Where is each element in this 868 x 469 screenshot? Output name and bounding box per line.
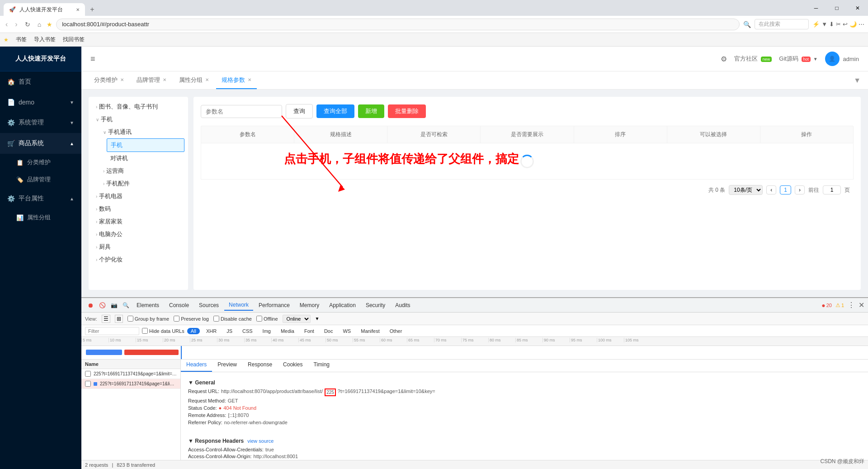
throttle-select[interactable]: Online — [283, 315, 311, 323]
detail-tab-response[interactable]: Response — [242, 360, 278, 372]
filter-input[interactable] — [85, 327, 139, 335]
tree-item-home[interactable]: › 家居家装 — [92, 215, 184, 228]
preserve-log-checkbox[interactable] — [174, 316, 179, 322]
per-page-select[interactable]: 10条/页 — [729, 185, 763, 195]
address-bar[interactable]: localhost:8001/#/product-baseattr — [56, 19, 740, 30]
query-button[interactable]: 查询 — [286, 104, 313, 118]
devtools-record-btn[interactable]: ⏺ — [85, 300, 96, 311]
tree-item-books[interactable]: › 图书、音像、电子书刊 — [92, 100, 184, 113]
tree-item-carrier[interactable]: › 运营商 — [99, 165, 184, 177]
restore-button[interactable]: □ — [826, 0, 847, 16]
detail-tab-timing[interactable]: Timing — [308, 360, 335, 372]
tree-item-mobile[interactable]: ∨ 手机 — [92, 113, 184, 126]
devtools-tab-network[interactable]: Network — [224, 300, 253, 311]
offline-checkbox[interactable] — [256, 316, 262, 322]
sidebar-sub-brand[interactable]: 🏷️ 品牌管理 — [0, 171, 81, 188]
filter-type-xhr[interactable]: XHR — [203, 328, 220, 334]
sidebar-item-demo[interactable]: 📄 demo ▼ — [0, 92, 81, 112]
search-input[interactable] — [201, 105, 282, 118]
search-input-browser[interactable]: 在此搜索 — [755, 19, 809, 29]
row-1-checkbox[interactable] — [85, 371, 91, 377]
devtools-camera-btn[interactable]: 📷 — [108, 300, 119, 311]
tree-item-computer[interactable]: › 电脑办公 — [92, 228, 184, 241]
tab-brand-close[interactable]: ✕ — [163, 77, 166, 82]
view-icon-grid[interactable]: ⊞ — [115, 315, 123, 323]
tab-category[interactable]: 分类维护 ✕ — [89, 72, 129, 89]
tree-item-walkie[interactable]: 对讲机 — [107, 152, 184, 165]
tree-item-accessories[interactable]: › 手机配件 — [99, 177, 184, 190]
devtools-search-toggle[interactable]: 🔍 — [120, 300, 131, 311]
devtools-more-btn[interactable]: ⋮ — [848, 301, 855, 309]
add-button[interactable]: 新增 — [358, 104, 384, 118]
disable-cache-checkbox[interactable] — [213, 316, 219, 322]
new-tab-button[interactable]: + — [86, 3, 99, 16]
network-row-2[interactable]: 225?t=1669171137419&page=1&limit=10&key= — [81, 379, 180, 389]
filter-type-other[interactable]: Other — [386, 328, 406, 334]
filter-type-font[interactable]: Font — [301, 328, 318, 334]
devtools-close-icon[interactable]: ✕ — [859, 301, 864, 309]
extension-icon-1[interactable]: ⚡ — [812, 21, 820, 28]
devtools-tab-security[interactable]: Security — [361, 300, 390, 310]
hide-data-urls-label[interactable]: Hide data URLs — [142, 328, 184, 334]
devtools-tab-audits[interactable]: Audits — [391, 300, 415, 310]
browser-tab-active[interactable]: 🚀 人人快速开发平台 ✕ — [4, 3, 85, 16]
devtools-tab-application[interactable]: Application — [325, 300, 360, 310]
sidebar-sub-attrgroup[interactable]: 📊 属性分组 — [0, 209, 81, 226]
detail-tab-preview[interactable]: Preview — [212, 360, 242, 372]
throttle-dropdown-icon[interactable]: ▼ — [315, 316, 320, 321]
filter-type-css[interactable]: CSS — [239, 328, 256, 334]
next-page-btn[interactable]: › — [795, 185, 805, 194]
tree-item-phone[interactable]: 手机 — [107, 138, 184, 152]
group-by-frame-checkbox[interactable] — [127, 316, 133, 322]
bookmark-item-1[interactable]: 书签 — [16, 36, 27, 43]
filter-type-ws[interactable]: WS — [339, 328, 354, 334]
tab-specs-close[interactable]: ✕ — [248, 77, 251, 82]
header-git[interactable]: Git源码 hot ▼ — [779, 55, 817, 63]
network-row-1[interactable]: 225?t=1669171137419&page=1&limit=10&key= — [81, 369, 180, 379]
moon-icon[interactable]: 🌙 — [849, 21, 857, 28]
devtools-tab-sources[interactable]: Sources — [194, 300, 223, 310]
filter-type-img[interactable]: Img — [259, 328, 274, 334]
sidebar-item-home[interactable]: 🏠 首页 — [0, 71, 81, 92]
tab-close-icon[interactable]: ✕ — [76, 7, 80, 12]
filter-type-doc[interactable]: Doc — [321, 328, 337, 334]
group-by-frame-label[interactable]: Group by frame — [127, 316, 169, 322]
tab-brand[interactable]: 品牌管理 ✕ — [131, 72, 172, 89]
prev-page-btn[interactable]: ‹ — [766, 185, 776, 194]
sidebar-item-platform[interactable]: ⚙️ 平台属性 ▲ — [0, 188, 81, 209]
tree-item-telecom[interactable]: ∨ 手机通讯 — [99, 126, 184, 138]
bookmark-item-3[interactable]: 找回书签 — [63, 36, 85, 43]
close-button[interactable]: ✕ — [847, 0, 868, 16]
batch-delete-button[interactable]: 批量删除 — [388, 104, 426, 118]
filter-type-media[interactable]: Media — [277, 328, 298, 334]
tab-attrgroup-close[interactable]: ✕ — [205, 77, 209, 82]
header-community[interactable]: 官方社区 new — [734, 55, 772, 63]
goto-input[interactable] — [823, 185, 841, 194]
filter-type-js[interactable]: JS — [223, 328, 236, 334]
tree-item-appliance[interactable]: › 手机电器 — [92, 190, 184, 203]
preserve-log-label[interactable]: Preserve log — [174, 316, 209, 322]
offline-label[interactable]: Offline — [256, 316, 278, 322]
sidebar-item-system[interactable]: ⚙️ 系统管理 ▼ — [0, 112, 81, 133]
hamburger-button[interactable]: ≡ — [90, 54, 95, 64]
back-button[interactable]: ‹ — [4, 19, 9, 30]
hide-data-urls-checkbox[interactable] — [142, 328, 148, 334]
bookmark-item-2[interactable]: 导入书签 — [34, 36, 56, 43]
download-icon[interactable]: ⬇ — [829, 21, 834, 28]
filter-type-manifest[interactable]: Manifest — [357, 328, 383, 334]
header-settings-icon[interactable]: ⚙ — [721, 55, 727, 63]
bookmark-star[interactable]: ★ — [47, 21, 52, 28]
tree-item-digital[interactable]: › 数码 — [92, 203, 184, 215]
filter-type-all[interactable]: All — [187, 328, 200, 334]
row-2-checkbox[interactable] — [85, 381, 91, 387]
devtools-tab-elements[interactable]: Elements — [132, 300, 164, 310]
minimize-button[interactable]: ─ — [806, 0, 826, 16]
tab-specs[interactable]: 规格参数 ✕ — [216, 72, 257, 89]
devtools-tab-console[interactable]: Console — [165, 300, 193, 310]
view-icon-list[interactable]: ☰ — [102, 315, 110, 323]
undo-icon[interactable]: ↩ — [843, 21, 848, 28]
tree-item-beauty[interactable]: › 个护化妆 — [92, 253, 184, 266]
more-icon[interactable]: ⋯ — [859, 21, 864, 28]
view-source-link[interactable]: view source — [247, 438, 274, 444]
tab-attrgroup[interactable]: 属性分组 ✕ — [174, 72, 214, 89]
